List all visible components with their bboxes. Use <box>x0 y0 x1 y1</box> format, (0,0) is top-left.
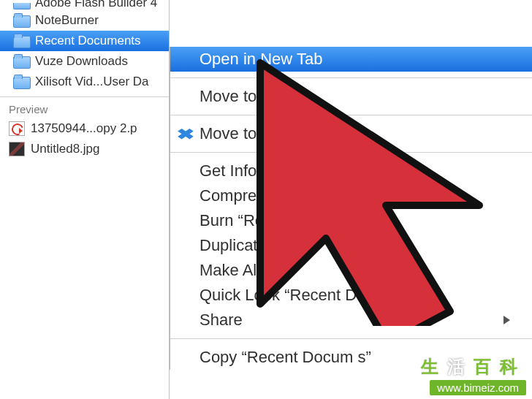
menu-item-label: Move to T <box>200 87 270 106</box>
menu-item-label: Open in New Tab <box>200 50 322 69</box>
menu-item-label: Copy “Recent Docum s” <box>200 348 371 367</box>
preview-item-jpg[interactable]: Untitled8.jpg <box>0 139 169 159</box>
sidebar-folder-vuze-downloads[interactable]: Vuze Downloads <box>0 51 169 72</box>
folder-icon <box>13 14 29 27</box>
folder-icon <box>13 55 29 68</box>
menu-item-share[interactable]: Share <box>170 308 532 332</box>
sidebar-folder-label: Xilisoft Vid...User Da <box>35 75 149 89</box>
site-watermark: 生活百科 www.bimeiz.com <box>379 351 532 399</box>
watermark-char: 生 <box>421 357 447 376</box>
menu-item-get-info[interactable]: Get Info <box>170 159 532 183</box>
watermark-url: www.bimeiz.com <box>430 380 526 395</box>
folder-icon <box>13 75 29 88</box>
menu-item-label: Move to <box>200 124 256 143</box>
folder-icon <box>13 34 29 48</box>
menu-item-open-in-new-tab[interactable]: Open in New Tab <box>170 47 532 72</box>
sidebar-folder-label: NoteBurner <box>35 13 99 28</box>
preview-item-pdf[interactable]: 13750944...opy 2.p <box>0 118 169 139</box>
menu-item-move-to-dropbox[interactable]: Move to <box>170 121 532 146</box>
menu-item-make-alias[interactable]: Make Alias <box>170 258 532 283</box>
folder-icon <box>13 0 29 10</box>
sidebar-folder-recent-documents[interactable]: Recent Documents <box>0 31 169 51</box>
preview-item-label: 13750944...opy 2.p <box>31 121 137 136</box>
sidebar-folder-noteburner[interactable]: NoteBurner <box>0 10 169 31</box>
dropbox-icon <box>178 127 194 140</box>
menu-item-label: Compress “Rec <box>200 186 311 205</box>
finder-sidebar: Adobe Flash Builder 4 NoteBurner Recent … <box>0 0 170 399</box>
menu-item-label: Get Info <box>200 162 256 180</box>
menu-separator <box>170 152 532 153</box>
pdf-thumbnail-icon <box>9 121 25 136</box>
sidebar-folder-label: Recent Documents <box>35 34 141 48</box>
menu-item-label: Make Alias <box>200 261 277 280</box>
menu-separator <box>170 77 532 78</box>
preview-item-label: Untitled8.jpg <box>31 142 100 156</box>
menu-item-label: Quick Look “Recent Documents” <box>200 286 432 305</box>
sidebar-folder-label: Adobe Flash Builder 4 <box>35 0 157 10</box>
context-menu: Open in New Tab Move to T Move to Get In… <box>170 47 532 370</box>
menu-item-move-to-trash[interactable]: Move to T <box>170 84 532 109</box>
watermark-chinese-text: 生活百科 <box>379 355 526 379</box>
menu-item-label: Share <box>200 311 243 330</box>
menu-item-quick-look[interactable]: Quick Look “Recent Documents” <box>170 283 532 308</box>
sidebar-section-preview-header: Preview <box>0 96 169 118</box>
sidebar-folder-label: Vuze Downloads <box>35 54 128 69</box>
menu-separator <box>170 115 532 115</box>
menu-item-compress[interactable]: Compress “Rec <box>170 183 532 208</box>
submenu-arrow-icon <box>503 316 510 324</box>
menu-item-label: Duplicate <box>200 236 267 255</box>
menu-item-label: Burn “Recent Do ts” … <box>200 211 362 230</box>
sidebar-folder-xilisoft[interactable]: Xilisoft Vid...User Da <box>0 72 169 92</box>
menu-separator <box>170 338 532 339</box>
menu-item-burn[interactable]: Burn “Recent Do ts” … <box>170 208 532 233</box>
watermark-char: 活 <box>447 357 474 376</box>
sidebar-folder-adobe-flash-builder[interactable]: Adobe Flash Builder 4 <box>0 0 169 10</box>
menu-item-duplicate[interactable]: Duplicate <box>170 233 532 258</box>
jpg-thumbnail-icon <box>9 142 25 156</box>
watermark-char: 百科 <box>474 357 526 376</box>
